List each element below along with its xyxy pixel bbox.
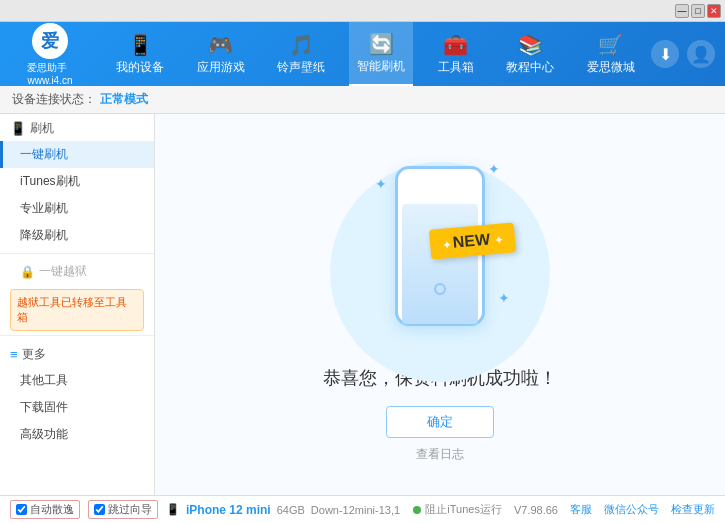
sidebar-item-downgrade-flash[interactable]: 降级刷机 bbox=[0, 222, 154, 249]
sidebar-section-flash[interactable]: 📱 刷机 bbox=[0, 114, 154, 141]
sidebar-item-advanced[interactable]: 高级功能 bbox=[0, 421, 154, 448]
bottom-left: 自动散逸 跳过向导 📱 iPhone 12 mini 64GB Down-12m… bbox=[10, 500, 413, 519]
bottom-bar: 自动散逸 跳过向导 📱 iPhone 12 mini 64GB Down-12m… bbox=[0, 495, 725, 523]
nav-item-ringtones[interactable]: 🎵 铃声壁纸 bbox=[269, 22, 333, 86]
status-prefix: 设备连接状态： bbox=[12, 91, 96, 108]
device-name: iPhone 12 mini bbox=[186, 503, 271, 517]
lock-icon: 🔒 bbox=[20, 265, 35, 279]
divider-2 bbox=[0, 335, 154, 336]
maximize-button[interactable]: □ bbox=[691, 4, 705, 18]
version-label: V7.98.66 bbox=[514, 504, 558, 516]
top-nav: 爱 爱思助手 www.i4.cn 📱 我的设备 🎮 应用游戏 🎵 铃声壁纸 🔄 … bbox=[0, 22, 725, 86]
jailbreak-notice: 越狱工具已转移至工具箱 bbox=[10, 289, 144, 331]
jailbreak-label: 一键越狱 bbox=[39, 263, 87, 280]
diary-link[interactable]: 查看日志 bbox=[416, 446, 464, 463]
phone-illustration: ✦ ✦ ✦ NEW bbox=[360, 146, 520, 346]
my-device-icon: 📱 bbox=[128, 33, 153, 57]
bottom-right: 阻止iTunes运行 V7.98.66 客服 微信公众号 检查更新 bbox=[413, 502, 715, 517]
sidebar: 📱 刷机 一键刷机 iTunes刷机 专业刷机 降级刷机 🔒 一键越狱 越狱工具… bbox=[0, 114, 155, 495]
nav-label-my-device: 我的设备 bbox=[116, 59, 164, 76]
nav-label-smart-flash: 智能刷机 bbox=[357, 58, 405, 75]
itunes-status-label: 阻止iTunes运行 bbox=[425, 502, 502, 517]
apps-games-icon: 🎮 bbox=[208, 33, 233, 57]
sidebar-item-one-click-flash[interactable]: 一键刷机 bbox=[0, 141, 154, 168]
ringtones-icon: 🎵 bbox=[289, 33, 314, 57]
more-section-label: 更多 bbox=[22, 346, 46, 363]
flash-section-icon: 📱 bbox=[10, 121, 26, 136]
main-layout: 📱 刷机 一键刷机 iTunes刷机 专业刷机 降级刷机 🔒 一键越狱 越狱工具… bbox=[0, 114, 725, 495]
device-capacity: 64GB bbox=[277, 504, 305, 516]
nav-items: 📱 我的设备 🎮 应用游戏 🎵 铃声壁纸 🔄 智能刷机 🧰 工具箱 📚 教程中心… bbox=[100, 22, 651, 86]
sidebar-section-more[interactable]: ≡ 更多 bbox=[0, 340, 154, 367]
weidian-icon: 🛒 bbox=[598, 33, 623, 57]
nav-label-apps-games: 应用游戏 bbox=[197, 59, 245, 76]
smart-flash-icon: 🔄 bbox=[369, 32, 394, 56]
device-icon: 📱 bbox=[166, 503, 180, 516]
title-bar: — □ ✕ bbox=[0, 0, 725, 22]
toolbox-icon: 🧰 bbox=[443, 33, 468, 57]
nav-item-my-device[interactable]: 📱 我的设备 bbox=[108, 22, 172, 86]
auto-dismiss-input[interactable] bbox=[16, 504, 27, 515]
close-button[interactable]: ✕ bbox=[707, 4, 721, 18]
nav-label-tutorials: 教程中心 bbox=[506, 59, 554, 76]
nav-label-ringtones: 铃声壁纸 bbox=[277, 59, 325, 76]
divider-1 bbox=[0, 253, 154, 254]
nav-label-weidian: 爱思微城 bbox=[587, 59, 635, 76]
itunes-status-dot bbox=[413, 506, 421, 514]
skip-wizard-label: 跳过向导 bbox=[108, 502, 152, 517]
sidebar-item-download-firmware[interactable]: 下载固件 bbox=[0, 394, 154, 421]
nav-item-apps-games[interactable]: 🎮 应用游戏 bbox=[189, 22, 253, 86]
customer-service-link[interactable]: 客服 bbox=[570, 502, 592, 517]
sidebar-item-other-tools[interactable]: 其他工具 bbox=[0, 367, 154, 394]
skip-wizard-checkbox[interactable]: 跳过向导 bbox=[88, 500, 158, 519]
logo-icon: 爱 bbox=[32, 23, 68, 59]
itunes-status[interactable]: 阻止iTunes运行 bbox=[413, 502, 502, 517]
main-content: ✦ ✦ ✦ NEW 恭喜您，保资料刷机成功啦！ 确定 查看日志 bbox=[155, 114, 725, 495]
sparkle-icon-2: ✦ bbox=[488, 161, 500, 177]
confirm-button[interactable]: 确定 bbox=[386, 406, 494, 438]
minimize-button[interactable]: — bbox=[675, 4, 689, 18]
auto-dismiss-label: 自动散逸 bbox=[30, 502, 74, 517]
nav-item-weidian[interactable]: 🛒 爱思微城 bbox=[579, 22, 643, 86]
download-button[interactable]: ⬇ bbox=[651, 40, 679, 68]
device-info: 📱 iPhone 12 mini 64GB Down-12mini-13,1 bbox=[166, 503, 400, 517]
status-mode: 正常模式 bbox=[100, 91, 148, 108]
sparkle-icon-1: ✦ bbox=[375, 176, 387, 192]
nav-item-smart-flash[interactable]: 🔄 智能刷机 bbox=[349, 22, 413, 86]
device-version: Down-12mini-13,1 bbox=[311, 504, 400, 516]
more-section-icon: ≡ bbox=[10, 347, 18, 362]
nav-right: ⬇ 👤 bbox=[651, 40, 715, 68]
sidebar-section-jailbreak: 🔒 一键越狱 bbox=[0, 258, 154, 285]
nav-item-tutorials[interactable]: 📚 教程中心 bbox=[498, 22, 562, 86]
wechat-public-link[interactable]: 微信公众号 bbox=[604, 502, 659, 517]
new-badge: NEW bbox=[429, 222, 516, 259]
phone-home-button bbox=[434, 283, 446, 295]
logo-area: 爱 爱思助手 www.i4.cn bbox=[0, 23, 100, 86]
check-update-link[interactable]: 检查更新 bbox=[671, 502, 715, 517]
logo-text: 爱思助手 www.i4.cn bbox=[27, 61, 72, 86]
phone-screen bbox=[402, 204, 478, 324]
skip-wizard-input[interactable] bbox=[94, 504, 105, 515]
account-button[interactable]: 👤 bbox=[687, 40, 715, 68]
flash-section-label: 刷机 bbox=[30, 120, 54, 137]
nav-label-toolbox: 工具箱 bbox=[438, 59, 474, 76]
sidebar-item-itunes-flash[interactable]: iTunes刷机 bbox=[0, 168, 154, 195]
sparkle-icon-3: ✦ bbox=[498, 290, 510, 306]
status-bar: 设备连接状态： 正常模式 bbox=[0, 86, 725, 114]
auto-dismiss-checkbox[interactable]: 自动散逸 bbox=[10, 500, 80, 519]
sidebar-item-pro-flash[interactable]: 专业刷机 bbox=[0, 195, 154, 222]
tutorials-icon: 📚 bbox=[518, 33, 543, 57]
nav-item-toolbox[interactable]: 🧰 工具箱 bbox=[430, 22, 482, 86]
